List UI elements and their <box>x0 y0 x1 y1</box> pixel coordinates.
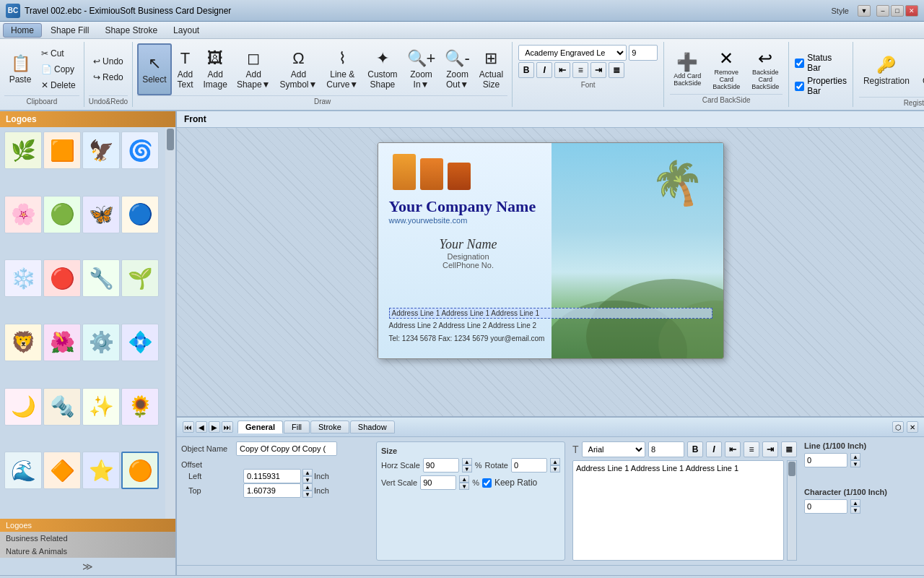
properties-bar-checkbox[interactable] <box>795 82 804 91</box>
align-right-button[interactable]: ⇥ <box>590 62 606 78</box>
logo-item[interactable]: 🔶 <box>43 452 81 489</box>
text-italic-button[interactable]: I <box>706 441 722 457</box>
nature-category[interactable]: Nature & Animals <box>0 545 175 558</box>
left-up-arrow[interactable]: ▲ <box>302 469 313 476</box>
close-button[interactable]: ✕ <box>905 5 918 17</box>
properties-bottom-scroll[interactable] <box>177 565 924 575</box>
logo-item[interactable]: 💠 <box>121 324 159 361</box>
add-card-backside-button[interactable]: ➕ Add CardBackSide <box>670 48 705 90</box>
bold-button[interactable]: B <box>518 62 534 78</box>
logo-item[interactable]: ⚙️ <box>82 324 120 361</box>
custom-shape-button[interactable]: ✦ Custom Shape <box>363 43 401 95</box>
logo-item[interactable]: 🌸 <box>4 196 42 233</box>
logo-item[interactable]: 🔴 <box>43 259 81 297</box>
select-button[interactable]: ↖ Select <box>137 43 171 95</box>
align-center-button[interactable]: ≡ <box>572 62 588 78</box>
horz-scale-input[interactable] <box>423 458 459 473</box>
actual-size-button[interactable]: ⊞ Actual Size <box>475 43 507 95</box>
logo-item[interactable]: 🦅 <box>82 131 120 169</box>
logo-item[interactable]: 🔩 <box>43 388 81 426</box>
top-up-arrow[interactable]: ▲ <box>302 483 313 491</box>
logo-item[interactable]: ✨ <box>82 388 120 426</box>
menu-home[interactable]: Home <box>3 23 42 38</box>
rotate-up[interactable]: ▲ <box>550 458 560 465</box>
minimize-button[interactable]: – <box>876 5 889 17</box>
top-input[interactable] <box>243 483 301 498</box>
menu-layout[interactable]: Layout <box>166 24 206 37</box>
logo-item[interactable]: 🟧 <box>43 131 81 169</box>
delete-button[interactable]: ✕ Delete <box>38 78 79 92</box>
logo-item[interactable]: 🌱 <box>121 259 159 297</box>
text-align-justify-button[interactable]: ≣ <box>781 441 797 457</box>
line-input[interactable] <box>804 453 847 467</box>
text-size-input[interactable] <box>648 441 684 457</box>
tab-shadow[interactable]: Shadow <box>350 420 395 434</box>
undo-button[interactable]: ↩ Undo <box>90 54 127 69</box>
logo-item[interactable]: 🦋 <box>82 196 120 233</box>
logo-item[interactable]: 🌙 <box>4 388 42 426</box>
canvas-tab[interactable]: Front <box>177 111 924 128</box>
add-symbol-button[interactable]: Ω Add Symbol▼ <box>275 43 321 95</box>
font-size-input[interactable] <box>629 45 658 61</box>
text-scrollbar[interactable] <box>787 460 797 561</box>
business-category[interactable]: Business Related <box>0 532 175 545</box>
horz-scale-down[interactable]: ▼ <box>462 465 472 473</box>
logo-item[interactable]: 🌺 <box>43 324 81 361</box>
left-down-arrow[interactable]: ▼ <box>302 476 313 483</box>
vert-scale-down[interactable]: ▼ <box>459 483 469 490</box>
logo-item[interactable]: 🦁 <box>4 324 42 361</box>
expand-button[interactable]: ≫ <box>0 558 175 575</box>
backside-card-button[interactable]: ↩ BacksideCard BackSide <box>748 45 783 94</box>
status-bar-checkbox[interactable] <box>795 59 804 68</box>
line-down[interactable]: ▼ <box>850 460 860 467</box>
horz-scale-up[interactable]: ▲ <box>462 458 472 465</box>
align-left-button[interactable]: ⇤ <box>554 62 570 78</box>
font-family-dropdown[interactable]: Academy Engraved Le <box>518 45 627 61</box>
style-dropdown[interactable]: ▼ <box>858 5 871 17</box>
registration-button[interactable]: 🔑 Registration <box>859 45 914 97</box>
menu-shape-stroke[interactable]: Shape Stroke <box>97 24 165 37</box>
panel-close-button[interactable]: ✕ <box>907 421 918 433</box>
keep-ratio-label[interactable]: Keep Ratio <box>482 478 537 488</box>
canvas-content[interactable]: 🌴 Your Company Name www.yourwebsite.com <box>177 128 924 416</box>
text-align-center-button[interactable]: ≡ <box>744 441 759 457</box>
text-font-dropdown[interactable]: Arial <box>582 441 645 457</box>
line-up[interactable]: ▲ <box>850 453 860 460</box>
zoom-out-button[interactable]: 🔍- Zoom Out▼ <box>440 43 474 95</box>
add-shape-button[interactable]: ◻ Add Shape▼ <box>232 43 275 95</box>
char-down[interactable]: ▼ <box>850 506 860 514</box>
object-name-input[interactable] <box>236 441 337 456</box>
business-card[interactable]: 🌴 Your Company Name www.yourwebsite.com <box>378 142 724 359</box>
nav-last-button[interactable]: ⏭ <box>222 421 233 433</box>
logo-item[interactable]: 🌿 <box>4 131 42 169</box>
maximize-button[interactable]: □ <box>891 5 904 17</box>
zoom-in-button[interactable]: 🔍+ Zoom In▼ <box>403 43 440 95</box>
logo-item[interactable]: ⭐ <box>82 452 120 489</box>
panel-float-button[interactable]: ⬡ <box>892 421 904 433</box>
logo-item[interactable]: 🟠 <box>121 452 159 489</box>
logo-item[interactable]: 🟢 <box>43 196 81 233</box>
logo-item[interactable]: 🌻 <box>121 388 159 426</box>
nav-first-button[interactable]: ⏮ <box>183 421 194 433</box>
keep-ratio-checkbox[interactable] <box>482 478 492 488</box>
cut-button[interactable]: ✂ Cut <box>38 46 79 61</box>
logo-item[interactable]: ❄️ <box>4 259 42 297</box>
char-up[interactable]: ▲ <box>850 499 860 506</box>
logo-item[interactable]: 🌀 <box>121 131 159 169</box>
logo-item[interactable]: 🔧 <box>82 259 120 297</box>
tab-general[interactable]: General <box>237 420 283 434</box>
add-text-button[interactable]: T Add Text <box>173 43 199 95</box>
vert-scale-up[interactable]: ▲ <box>459 475 469 483</box>
logo-item[interactable]: 🔵 <box>121 196 159 233</box>
text-align-right-button[interactable]: ⇥ <box>762 441 778 457</box>
text-align-left-button[interactable]: ⇤ <box>725 441 741 457</box>
tab-fill[interactable]: Fill <box>284 420 310 434</box>
line-curve-button[interactable]: ⌇ Line & Curve▼ <box>322 43 362 95</box>
remove-card-backside-button[interactable]: ✕ Remove CardBackSide <box>709 45 744 94</box>
left-input[interactable] <box>243 469 301 483</box>
rotate-down[interactable]: ▼ <box>550 465 560 473</box>
rotate-input[interactable] <box>511 458 547 473</box>
top-down-arrow[interactable]: ▼ <box>302 491 313 498</box>
vert-scale-input[interactable] <box>420 475 456 490</box>
italic-button[interactable]: I <box>536 62 552 78</box>
